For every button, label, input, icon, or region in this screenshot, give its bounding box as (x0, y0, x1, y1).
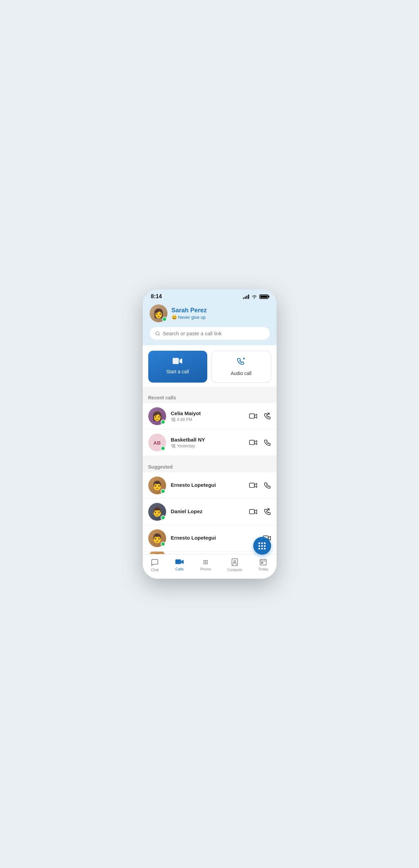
contact-name-ernesto2: Ernesto Lopetegui (171, 535, 258, 541)
svg-point-15 (205, 564, 206, 564)
nav-label-phone: Phone (200, 567, 211, 571)
video-call-icon-ernesto1[interactable] (249, 482, 257, 489)
avatar-wrapper-ernesto2: 👨 (148, 529, 166, 547)
contacts-icon (231, 558, 238, 567)
dialpad-icon (258, 542, 266, 550)
svg-line-1 (159, 334, 160, 335)
contact-name-basketball: Basketball NY (171, 437, 244, 443)
calls-icon (175, 558, 184, 566)
incoming-call-icon-basketball (171, 444, 176, 448)
nav-label-contacts: Contacts (227, 568, 242, 572)
svg-rect-6 (249, 509, 254, 514)
video-call-icon-celia[interactable] (249, 413, 257, 420)
fab-dialpad-button[interactable] (253, 537, 271, 555)
suggested-item-daniel: 👨 Daniel Lopez (143, 499, 277, 525)
contact-detail-basketball: Yesterday (171, 444, 244, 448)
today-icon (259, 558, 267, 566)
search-bar[interactable] (150, 327, 270, 340)
recent-call-item-celia: 👩 Celia Maiyot 4:48 PM (143, 403, 277, 430)
svg-point-13 (204, 560, 205, 561)
svg-point-12 (205, 560, 206, 561)
online-dot-ernesto1 (161, 489, 165, 494)
svg-rect-8 (175, 559, 181, 564)
action-buttons: Start a call Audio call (143, 345, 277, 387)
nav-item-calls[interactable]: Calls (171, 557, 188, 573)
svg-point-10 (204, 562, 205, 563)
phone-call-icon-ernesto1[interactable] (264, 482, 271, 489)
phone-call-icon-basketball[interactable] (264, 439, 271, 446)
svg-point-9 (205, 562, 206, 563)
status-icons (243, 294, 268, 299)
phone-icon (202, 558, 209, 566)
svg-point-16 (204, 564, 205, 564)
svg-point-0 (155, 331, 159, 335)
svg-point-11 (207, 562, 208, 563)
svg-rect-5 (249, 483, 254, 487)
status-bar: 8:14 (143, 289, 277, 302)
recent-call-item-basketball: AB Basketball NY Yesterday (143, 430, 277, 456)
avatar-wrapper-celia: 👩 (148, 407, 166, 425)
phone-frame: 8:14 👩 Sar (143, 289, 277, 579)
online-dot-celia (161, 420, 165, 424)
avatar-wrapper-partial: 👩 (148, 552, 166, 554)
contact-info-daniel: Daniel Lopez (171, 508, 244, 515)
audio-call-button[interactable]: Audio call (211, 351, 271, 383)
svg-rect-3 (249, 414, 254, 418)
contact-actions-basketball (249, 439, 271, 446)
svg-rect-4 (249, 440, 254, 445)
avatar-wrapper: 👩 (150, 304, 167, 322)
nav-item-chat[interactable]: Chat (147, 557, 163, 573)
online-dot-basketball (161, 446, 165, 451)
contact-actions-celia (249, 412, 271, 420)
phone-call-icon-celia[interactable] (264, 412, 271, 420)
nav-label-today: Today (258, 567, 268, 571)
svg-point-17 (207, 564, 208, 564)
contact-info-ernesto2: Ernesto Lopetegui (171, 535, 258, 542)
svg-rect-2 (173, 358, 179, 364)
contact-name-ernesto1: Ernesto Lopetegui (171, 482, 244, 488)
search-input[interactable] (163, 330, 264, 336)
user-online-dot (162, 317, 167, 322)
contact-detail-celia: 4:48 PM (171, 417, 244, 422)
avatar-wrapper-ernesto1: 👨 (148, 477, 166, 494)
contact-name-daniel: Daniel Lopez (171, 508, 244, 514)
nav-item-phone[interactable]: Phone (196, 557, 215, 573)
phone-call-icon-daniel[interactable] (264, 508, 271, 516)
start-call-button[interactable]: Start a call (148, 351, 207, 383)
contact-actions-daniel (249, 508, 271, 516)
video-call-icon-basketball[interactable] (249, 439, 257, 446)
battery-icon (259, 294, 268, 299)
user-name: Sarah Perez (172, 307, 207, 314)
signal-icon (243, 294, 249, 299)
suggested-item-ernesto1: 👨 Ernesto Lopetegui (143, 472, 277, 499)
chat-icon (151, 558, 159, 567)
svg-rect-24 (261, 562, 263, 564)
contact-name-celia: Celia Maiyot (171, 410, 244, 416)
nav-label-chat: Chat (151, 568, 159, 572)
user-text: Sarah Perez 😀 Never give up (172, 307, 207, 320)
suggested-section-label: Suggested (143, 459, 277, 472)
start-call-label: Start a call (166, 369, 189, 374)
contact-info-celia: Celia Maiyot 4:48 PM (171, 410, 244, 422)
nav-label-calls: Calls (175, 567, 184, 571)
svg-point-19 (234, 561, 236, 563)
search-icon (155, 331, 160, 336)
video-call-icon-daniel[interactable] (249, 508, 257, 515)
contact-info-ernesto1: Ernesto Lopetegui (171, 482, 244, 489)
avatar-wrapper-basketball: AB (148, 434, 166, 451)
start-call-icon (173, 357, 183, 366)
nav-item-contacts[interactable]: Contacts (223, 557, 246, 573)
nav-item-today[interactable]: Today (254, 557, 272, 573)
contact-actions-ernesto1 (249, 482, 271, 489)
recent-calls-section-label: Recent calls (143, 389, 277, 403)
svg-rect-20 (260, 559, 266, 565)
incoming-call-icon-celia (171, 417, 176, 422)
audio-call-label: Audio call (231, 371, 252, 376)
bottom-nav: Chat Calls Phone (143, 554, 277, 579)
status-time: 8:14 (151, 293, 162, 300)
user-status: 😀 Never give up (172, 315, 206, 320)
contact-info-basketball: Basketball NY Yesterday (171, 437, 244, 448)
header: 👩 Sarah Perez 😀 Never give up (143, 302, 277, 345)
online-dot-daniel (161, 515, 165, 520)
avatar-partial: 👩 (148, 552, 166, 554)
